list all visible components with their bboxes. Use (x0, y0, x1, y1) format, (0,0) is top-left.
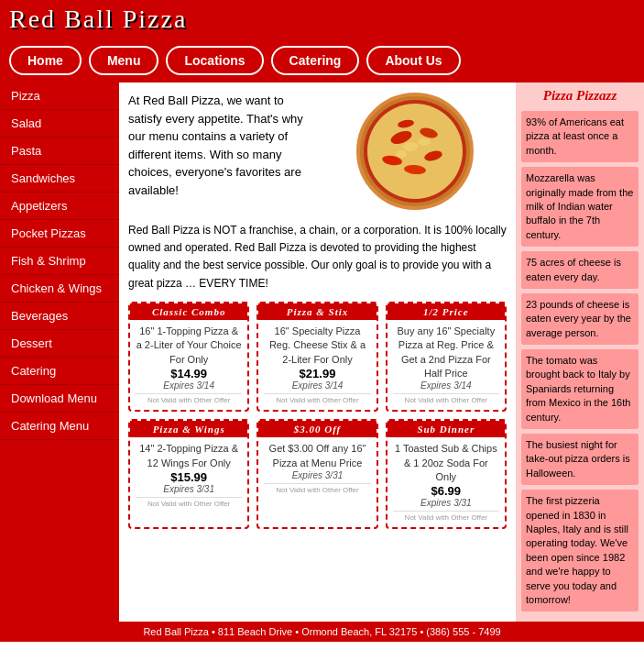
svg-point-9 (403, 142, 418, 151)
pizza-image (323, 92, 507, 211)
sidebar-item-sandwiches[interactable]: Sandwiches (0, 165, 119, 193)
coupon-4-expires: Expires 3/31 (264, 470, 370, 480)
sidebar-item-chicken-wings[interactable]: Chicken & Wings (0, 275, 119, 303)
nav-menu[interactable]: Menu (89, 46, 159, 75)
fact-5: The busiest night for take-out pizza ord… (521, 434, 639, 485)
sidebar-item-fish-shrimp[interactable]: Fish & Shrimp (0, 248, 119, 275)
footer-text: Red Ball Pizza • 811 Beach Drive • Ormon… (143, 626, 500, 637)
sidebar-item-salad[interactable]: Salad (0, 110, 119, 138)
sidebar: Pizza Salad Pasta Sandwiches Appetizers … (0, 83, 119, 622)
sidebar-item-download-menu[interactable]: Download Menu (0, 385, 119, 413)
coupon-4-fine: Not Valid with Other Offer (264, 483, 370, 494)
sidebar-item-pocket-pizzas[interactable]: Pocket Pizzas (0, 220, 119, 248)
fact-0: 93% of Americans eat pizza at least once… (521, 111, 639, 162)
fact-1: Mozzarella was originally made from the … (521, 167, 639, 247)
nav-home[interactable]: Home (9, 46, 82, 75)
sidebar-item-pizza[interactable]: Pizza (0, 83, 119, 110)
coupon-sub-dinner: Sub Dinner 1 Toasted Sub & Chips & 1 20o… (386, 419, 507, 529)
coupon-0-price: $14.99 (136, 367, 242, 380)
coupons-grid: Classic Combo 16" 1-Topping Pizza & a 2-… (128, 302, 507, 530)
sidebar-item-appetizers[interactable]: Appetizers (0, 193, 119, 220)
fact-4: The tomato was brought back to Italy by … (521, 349, 639, 429)
main-layout: Pizza Salad Pasta Sandwiches Appetizers … (0, 83, 644, 622)
coupon-1-body: 16" Specialty Pizza Reg. Cheese Stix & a… (264, 325, 370, 367)
sidebar-item-beverages[interactable]: Beverages (0, 303, 119, 330)
coupon-1-title: Pizza & Stix (258, 303, 376, 320)
fact-3: 23 pounds of cheese is eaten every year … (521, 293, 639, 345)
sidebar-item-pasta[interactable]: Pasta (0, 138, 119, 165)
coupon-5-price: $6.99 (393, 484, 499, 498)
nav-about[interactable]: About Us (366, 46, 460, 75)
logo: Red Ball Pizza (9, 5, 187, 34)
coupon-1-fine: Not Valid with Other Offer (264, 393, 370, 404)
sidebar-item-dessert[interactable]: Dessert (0, 330, 119, 358)
nav-catering[interactable]: Catering (271, 46, 360, 75)
sidebar-item-catering-menu[interactable]: Catering Menu (0, 413, 119, 440)
coupon-2-expires: Expires 3/14 (393, 380, 499, 391)
coupon-1-price: $21.99 (264, 367, 370, 380)
svg-point-11 (396, 150, 407, 158)
pizza-svg (323, 92, 507, 211)
coupon-2-fine: Not Valid with Other Offer (393, 393, 499, 404)
nav-locations[interactable]: Locations (166, 46, 263, 75)
coupon-3-fine: Not Valid with Other Offer (136, 497, 242, 508)
coupon-pizza-stix: Pizza & Stix 16" Specialty Pizza Reg. Ch… (257, 302, 377, 413)
facts-column: Pizza Pizzazz 93% of Americans eat pizza… (516, 83, 644, 622)
coupon-3-body: 14" 2-Topping Pizza & 12 Wings For Only (136, 442, 242, 470)
coupon-5-fine: Not Valid with Other Offer (393, 511, 499, 522)
nav-bar: Home Menu Locations Catering About Us (0, 39, 644, 83)
coupon-half-price: 1/2 Price Buy any 16" Specialty Pizza at… (386, 302, 507, 413)
coupon-3off: $3.00 Off Get $3.00 Off any 16" Pizza at… (257, 419, 377, 529)
coupon-0-body: 16" 1-Topping Pizza & a 2-Liter of Your … (136, 325, 242, 367)
fact-2: 75 acres of cheese is eaten every day. (521, 251, 639, 289)
svg-point-10 (418, 138, 431, 146)
main-content: At Red Ball Pizza, we want to satisfy ev… (119, 83, 516, 622)
intro-text: At Red Ball Pizza, we want to satisfy ev… (128, 92, 314, 211)
coupon-0-title: Classic Combo (130, 303, 247, 320)
fact-6: The first pizzeria opened in 1830 in Nap… (521, 490, 639, 611)
coupon-classic-combo: Classic Combo 16" 1-Topping Pizza & a 2-… (128, 302, 249, 413)
coupon-3-price: $15.99 (136, 470, 242, 484)
sidebar-item-catering[interactable]: Catering (0, 358, 119, 385)
coupon-pizza-wings: Pizza & Wings 14" 2-Topping Pizza & 12 W… (128, 419, 249, 529)
coupon-2-body: Buy any 16" Specialty Pizza at Reg. Pric… (393, 325, 499, 381)
coupon-2-title: 1/2 Price (387, 303, 505, 320)
coupon-5-body: 1 Toasted Sub & Chips & 1 20oz Soda For … (393, 442, 499, 484)
coupon-3-title: Pizza & Wings (130, 421, 247, 437)
coupon-0-fine: Not Valid with Other Offer (136, 393, 242, 404)
coupon-5-title: Sub Dinner (387, 421, 505, 437)
svg-point-2 (367, 104, 463, 199)
description-text: Red Ball Pizza is NOT a franchise, a cha… (128, 222, 507, 292)
header: Red Ball Pizza (0, 0, 644, 39)
intro-section: At Red Ball Pizza, we want to satisfy ev… (128, 92, 507, 211)
coupon-4-title: $3.00 Off (258, 421, 376, 437)
coupon-4-body: Get $3.00 Off any 16" Pizza at Menu Pric… (264, 442, 370, 470)
facts-title: Pizza Pizzazz (521, 88, 639, 104)
coupon-3-expires: Expires 3/31 (136, 484, 242, 494)
intro-paragraph-1: At Red Ball Pizza, we want to satisfy ev… (128, 92, 314, 199)
footer: Red Ball Pizza • 811 Beach Drive • Ormon… (0, 622, 644, 642)
coupon-1-expires: Expires 3/14 (264, 380, 370, 391)
coupon-0-expires: Expires 3/14 (136, 380, 242, 391)
coupon-5-expires: Expires 3/31 (393, 498, 499, 508)
